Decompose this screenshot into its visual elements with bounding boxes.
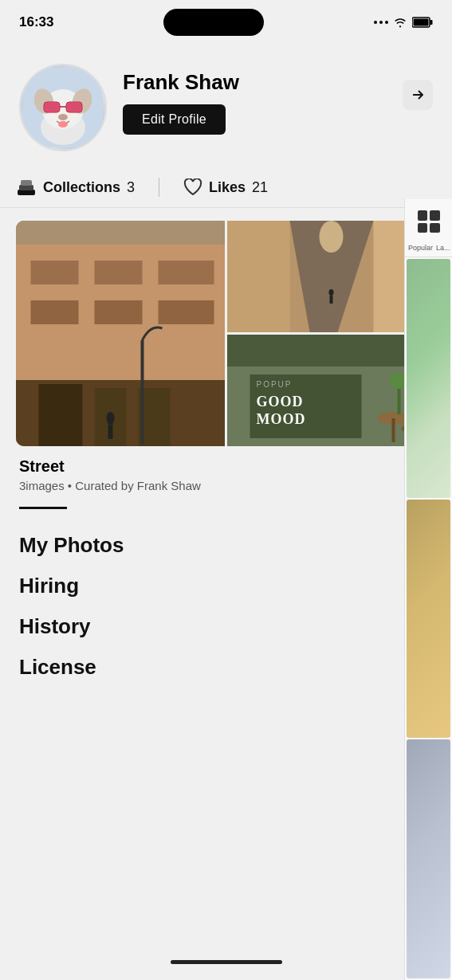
collection-section: POPUP GOOD MOOD Street 3images • Curated… (0, 208, 452, 688)
avatar-image (21, 65, 105, 150)
menu-item-license[interactable]: License (19, 647, 433, 688)
tab-bar: Collections 3 Likes 21 (0, 167, 452, 208)
svg-rect-16 (18, 190, 35, 195)
svg-rect-32 (108, 425, 113, 439)
svg-point-38 (320, 221, 344, 253)
section-divider (19, 507, 67, 509)
svg-point-31 (107, 412, 115, 425)
svg-rect-23 (159, 261, 214, 284)
profile-section: Frank Shaw Edit Profile (0, 40, 452, 167)
signal-icon (374, 21, 388, 24)
panel-images (405, 257, 452, 980)
svg-rect-18 (21, 180, 32, 186)
svg-point-39 (329, 289, 334, 296)
svg-rect-48 (392, 418, 395, 442)
right-panel: Popular La... (404, 199, 452, 980)
panel-image-2 (407, 500, 450, 739)
menu-item-my-photos[interactable]: My Photos (19, 525, 433, 566)
svg-rect-40 (330, 296, 333, 304)
arrow-button[interactable] (403, 80, 433, 110)
svg-rect-28 (39, 384, 83, 446)
svg-text:MOOD: MOOD (257, 411, 306, 427)
panel-latest-label: La... (436, 244, 450, 252)
svg-rect-25 (95, 300, 143, 324)
collection-meta-text: images • Curated by Frank Shaw (26, 479, 201, 492)
svg-point-15 (58, 121, 68, 127)
heart-icon (183, 178, 202, 196)
collection-grid[interactable]: POPUP GOOD MOOD (16, 221, 436, 446)
avatar (19, 64, 107, 151)
edit-profile-button[interactable]: Edit Profile (123, 104, 226, 135)
battery-icon (412, 17, 433, 28)
menu-section: My Photos Hiring History License (16, 525, 436, 688)
collection-image-left (16, 221, 225, 446)
status-bar: 16:33 (0, 0, 452, 40)
panel-image-1 (407, 259, 450, 498)
svg-rect-21 (31, 261, 79, 284)
svg-rect-2 (413, 19, 428, 26)
panel-tab-labels: Popular La... (405, 239, 452, 257)
street-building-svg (16, 221, 225, 446)
menu-item-history[interactable]: History (19, 606, 433, 647)
panel-image-3 (407, 739, 450, 978)
svg-rect-22 (95, 261, 143, 284)
collections-tab[interactable]: Collections 3 (16, 175, 135, 199)
panel-popular-label: Popular (408, 244, 433, 252)
svg-rect-24 (31, 300, 79, 324)
likes-tab-count: 21 (252, 179, 268, 196)
grid-cell-3 (418, 223, 428, 233)
status-notch (163, 9, 264, 36)
collections-icon (16, 178, 37, 196)
avatar-dog-svg (23, 68, 103, 147)
svg-text:GOOD: GOOD (257, 394, 304, 410)
svg-rect-12 (45, 103, 59, 112)
collections-tab-label: Collections (43, 179, 120, 196)
svg-rect-35 (227, 221, 290, 332)
menu-item-hiring[interactable]: Hiring (19, 566, 433, 606)
svg-rect-26 (159, 300, 214, 324)
svg-point-14 (58, 114, 68, 120)
likes-tab[interactable]: Likes 21 (183, 175, 268, 199)
profile-name: Frank Shaw (123, 70, 433, 95)
right-panel-header (405, 199, 452, 239)
grid-cell-4 (430, 223, 440, 233)
tab-divider (159, 178, 159, 197)
svg-rect-1 (430, 20, 432, 25)
svg-rect-13 (67, 103, 81, 112)
collection-meta: 3images • Curated by Frank Shaw (19, 479, 433, 492)
grid-cell-1 (418, 210, 428, 221)
arrow-right-icon (411, 88, 425, 102)
panel-grid-icon (418, 210, 440, 233)
svg-text:POPUP: POPUP (257, 380, 293, 389)
collection-info: Street 3images • Curated by Frank Shaw (16, 446, 436, 500)
home-indicator (171, 960, 282, 964)
collection-title: Street (19, 457, 433, 476)
svg-rect-17 (19, 185, 33, 190)
grid-cell-2 (430, 210, 440, 221)
status-time: 16:33 (19, 14, 53, 30)
status-icons (374, 17, 433, 28)
likes-tab-label: Likes (209, 179, 246, 196)
wifi-icon (393, 17, 407, 28)
profile-info: Frank Shaw Edit Profile (123, 64, 433, 135)
collections-tab-count: 3 (127, 179, 135, 196)
